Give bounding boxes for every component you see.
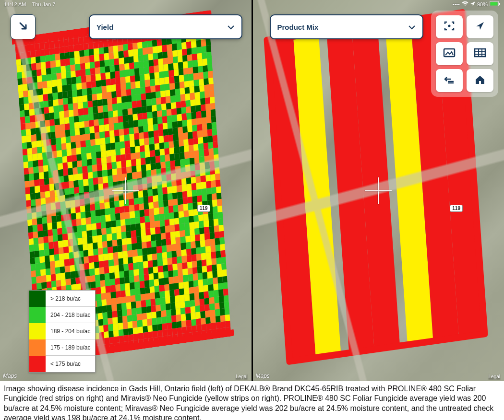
- image-icon: [443, 48, 456, 59]
- battery-pct: 90%: [477, 1, 488, 7]
- fullscreen-button[interactable]: [436, 15, 463, 38]
- svg-rect-2: [499, 3, 500, 5]
- legend-swatch: [29, 339, 46, 356]
- legend-swatch: [29, 356, 46, 372]
- legend-label: > 218 bu/ac: [46, 295, 85, 302]
- screenshot-button[interactable]: [436, 42, 463, 65]
- grid-icon: [474, 48, 486, 59]
- chevron-down-icon: [408, 23, 416, 31]
- collapse-button[interactable]: [11, 14, 36, 39]
- fullscreen-icon: [444, 21, 455, 33]
- figure-caption: Image showing disease incidence in Gads …: [0, 381, 504, 420]
- legend-row: > 218 bu/ac: [29, 291, 95, 307]
- product-mix-panel[interactable]: Product Mix: [253, 0, 504, 381]
- layer-dropdown-yield[interactable]: Yield: [89, 14, 242, 39]
- legal-link[interactable]: Legal: [489, 374, 500, 379]
- status-date: Thu Jan 7: [32, 1, 56, 7]
- layer-dropdown-product-mix[interactable]: Product Mix: [270, 14, 423, 39]
- legend-swatch: [29, 323, 46, 339]
- legend-label: < 175 bu/ac: [46, 361, 85, 367]
- legend-swatch: [29, 307, 46, 323]
- arrow-down-right-icon: [18, 21, 28, 33]
- legal-link[interactable]: Legal: [236, 374, 247, 379]
- signal-icon: ••••: [453, 1, 460, 7]
- battery-icon: [490, 1, 500, 7]
- svg-rect-5: [475, 49, 485, 57]
- dropdown-label: Yield: [96, 23, 113, 31]
- legend-row: 189 - 204 bu/ac: [29, 323, 95, 339]
- yield-legend: > 218 bu/ac204 - 218 bu/ac189 - 204 bu/a…: [29, 290, 96, 373]
- route-marker: 119: [450, 205, 463, 212]
- yield-map-panel[interactable]: Yield 119 > 218 bu/ac204 - 218 bu/ac189 …: [0, 0, 252, 381]
- wifi-icon: [462, 1, 468, 7]
- locate-button[interactable]: [467, 15, 493, 38]
- transfer-icon: [443, 75, 456, 86]
- svg-point-3: [448, 25, 451, 27]
- swap-button[interactable]: [436, 69, 463, 92]
- split-view: Yield 119 > 218 bu/ac204 - 218 bu/ac189 …: [0, 0, 504, 381]
- location-icon: [470, 1, 475, 7]
- legend-row: 204 - 218 bu/ac: [29, 307, 95, 323]
- legend-row: < 175 bu/ac: [29, 356, 95, 372]
- maps-attribution: Maps: [3, 373, 17, 379]
- legend-swatch: [29, 291, 46, 307]
- status-time: 11:12 AM: [4, 1, 26, 7]
- chevron-down-icon: [227, 23, 235, 31]
- location-arrow-icon: [475, 21, 485, 33]
- svg-rect-1: [491, 2, 498, 6]
- table-button[interactable]: [467, 42, 493, 65]
- legend-label: 175 - 189 bu/ac: [46, 344, 95, 351]
- home-icon: [474, 74, 486, 87]
- legend-row: 175 - 189 bu/ac: [29, 339, 95, 356]
- route-marker: 119: [197, 205, 210, 212]
- home-button[interactable]: [467, 69, 493, 92]
- legend-label: 189 - 204 bu/ac: [46, 328, 95, 335]
- maps-attribution: Maps: [256, 373, 270, 379]
- ios-status-bar: 11:12 AM Thu Jan 7 •••• 90%: [0, 0, 504, 9]
- dropdown-label: Product Mix: [277, 23, 319, 31]
- svg-rect-4: [444, 49, 455, 57]
- map-toolbox: [431, 11, 498, 97]
- legend-label: 204 - 218 bu/ac: [46, 312, 95, 318]
